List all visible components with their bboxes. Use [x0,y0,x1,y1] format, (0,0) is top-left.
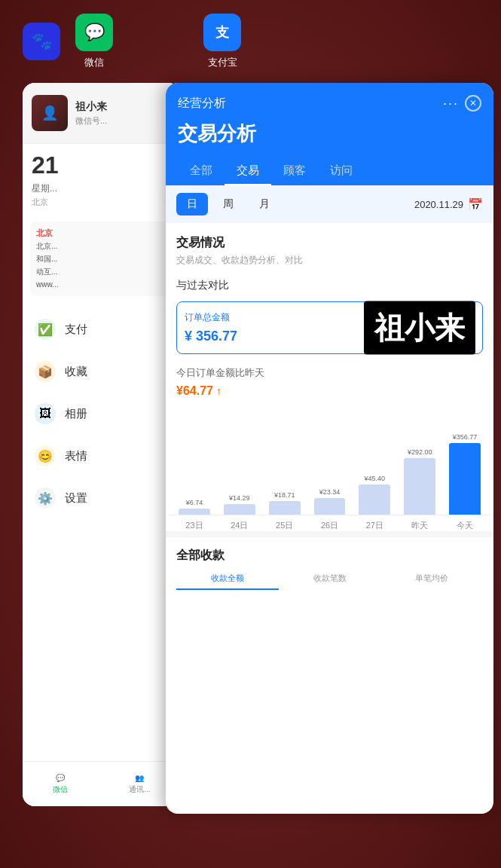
wechat-location: 北京 [32,197,172,208]
bar-date-25: 25日 [262,520,307,531]
receipt-col-amount[interactable]: 收款全额 [176,573,279,593]
bar-label-27: ¥45.40 [365,475,386,482]
sidebar-item-pay-label: 支付 [65,322,87,337]
bar-label-today: ¥356.77 [453,433,478,441]
alipay-dots-button[interactable]: ··· [443,96,459,112]
news-content3: 动互... [36,267,167,277]
receipt-col-avg[interactable]: 单笔均价 [380,573,483,593]
bar-24 [224,504,255,515]
bar-date-today: 今天 [442,520,487,531]
bar-item-25: ¥18.71 [262,417,307,515]
bar-label-24: ¥14.29 [229,494,250,502]
date-btn-day[interactable]: 日 [176,193,208,215]
bar-date-23: 23日 [172,520,217,531]
alipay-header: 经营分析 ··· ✕ 交易分析 全部 交易 顾客 访问 [166,83,493,185]
sidebar-item-favorites[interactable]: 📦 收藏 [23,350,181,393]
bar-date-27: 27日 [352,520,397,531]
bar-item-27: ¥45.40 [352,417,397,515]
bar-yesterday [404,458,435,515]
news-url: www... [36,280,167,290]
sidebar-item-album[interactable]: 🖼 相册 [23,393,181,435]
wechat-user-info: 祖小来 微信号... [75,100,172,127]
sidebar-item-album-label: 相册 [65,407,87,421]
daily-value: ¥64.77 ↑ [176,384,483,398]
wechat-tab-wechat[interactable]: 💬 微信 [53,774,68,795]
news-card: 北京 北京... 和国... 动互... www... [30,222,173,296]
alipay-label: 支付宝 [208,56,237,69]
wechat-left-content: 21 星期... 北京 [23,144,181,215]
bar-item-yesterday: ¥292.00 [397,417,442,515]
alipay-tab-transaction[interactable]: 交易 [225,157,271,185]
section-subtitle: 交易成交、收款趋势分析、对比 [176,254,483,267]
alipay-tabs: 全部 交易 顾客 访问 [178,157,481,185]
stats-row: 订单总金额 ¥ 356.77 祖小来 [176,301,483,354]
bar-date-26: 26日 [307,520,353,531]
avatar-image: 👤 [32,95,68,131]
bar-item-24: ¥14.29 [217,417,262,515]
news-title: 北京 [36,228,167,239]
alipay-tab-all[interactable]: 全部 [178,157,225,185]
bar-label-25: ¥18.71 [274,491,295,499]
compare-label: 与过去对比 [176,279,483,292]
news-content2: 和国... [36,254,167,264]
bar-label-yesterday: ¥292.00 [408,448,432,456]
receipt-col-amount-label: 收款全额 [176,573,279,590]
favorites-icon: 📦 [35,361,56,382]
transaction-section: 交易情况 交易成交、收款趋势分析、对比 与过去对比 订单总金额 ¥ 356.77… [166,223,493,405]
settings-icon: ⚙️ [35,487,56,509]
calendar-icon[interactable]: 📅 [468,197,483,212]
daily-amount: ¥64.77 [176,384,213,398]
sidebar-item-favorites-label: 收藏 [65,365,87,379]
alipay-app-item[interactable]: 支 支付宝 [203,14,241,69]
wechat-header: 👤 祖小来 微信号... [23,83,181,144]
date-btn-month[interactable]: 月 [249,193,280,215]
bar-date-yesterday: 昨天 [397,520,442,531]
alipay-tab-visit[interactable]: 访问 [318,157,365,185]
sidebar-item-emoji[interactable]: 😊 表情 [23,435,181,477]
baidu-app-item[interactable]: 🐾 [23,23,60,60]
receipts-section: 全部收款 收款全额 收款笔数 单笔均价 [166,531,493,593]
wechat-card: 👤 祖小来 微信号... 21 星期... 北京 北京 北京... 和国... … [23,83,181,806]
wechat-number: 21 [32,151,172,179]
bar-23 [179,509,210,515]
bar-today [449,443,481,515]
sidebar-item-emoji-label: 表情 [65,449,87,463]
date-display: 2020.11.29 📅 [414,197,483,212]
wechat-app-item[interactable]: 💬 微信 [75,14,113,69]
wechat-tab-label: 微信 [53,784,68,795]
bars-container: ¥6.74 ¥14.29 ¥18.71 ¥23.34 ¥45.40 ¥292.0… [169,417,490,515]
bar-item-26: ¥23.34 [307,417,353,515]
alipay-main-title: 交易分析 [178,121,481,147]
news-content1: 北京... [36,241,167,252]
bar-item-23: ¥6.74 [172,417,217,515]
alipay-card: 经营分析 ··· ✕ 交易分析 全部 交易 顾客 访问 日 周 月 2020.1… [166,83,493,814]
wechat-day: 星期... [32,182,172,195]
wechat-sidebar-items: ✅ 支付 📦 收藏 🖼 相册 😊 表情 ⚙️ 设置 [23,302,181,525]
wechat-username: 祖小来 [75,100,172,114]
up-arrow-icon: ↑ [216,385,221,397]
receipt-col-count[interactable]: 收款笔数 [279,573,381,593]
bar-chart: ¥6.74 ¥14.29 ¥18.71 ¥23.34 ¥45.40 ¥292.0… [166,417,493,531]
contacts-tab-icon: 👥 [135,774,144,782]
pay-icon: ✅ [35,319,56,340]
wechat-tab-contacts[interactable]: 👥 通讯... [129,774,150,795]
wechat-icon: 💬 [75,14,113,51]
baidu-icon: 🐾 [23,23,60,60]
section-title: 交易情况 [176,235,483,251]
sidebar-item-settings[interactable]: ⚙️ 设置 [23,477,181,519]
bar-25 [269,501,301,515]
alipay-header-actions: ··· ✕ [443,95,481,112]
date-btn-week[interactable]: 周 [212,193,244,215]
avatar: 👤 [32,95,68,131]
wechat-label: 微信 [84,56,104,69]
daily-compare-text: 今日订单金额比昨天 [176,366,483,380]
receipt-col-avg-label: 单笔均价 [380,573,483,590]
alipay-tab-customer[interactable]: 顾客 [271,157,318,185]
album-icon: 🖼 [35,403,56,424]
sidebar-item-pay[interactable]: ✅ 支付 [23,308,181,350]
sidebar-item-settings-label: 设置 [65,491,87,506]
contacts-tab-label: 通讯... [129,784,150,795]
alipay-header-top: 经营分析 ··· ✕ [178,95,481,112]
bar-label-23: ¥6.74 [186,499,203,506]
alipay-close-button[interactable]: ✕ [465,95,481,112]
